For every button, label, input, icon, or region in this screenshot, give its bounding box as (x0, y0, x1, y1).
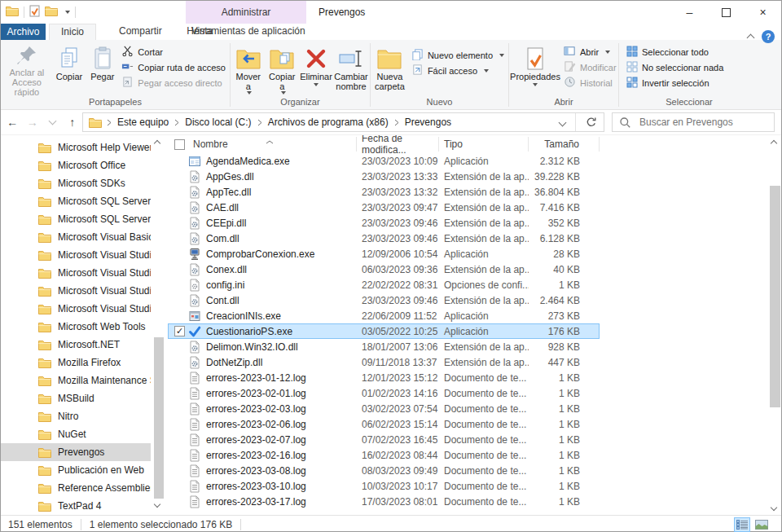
breadcrumb-chevron-icon[interactable] (393, 119, 401, 126)
file-row[interactable]: CreacionINIs.exe22/06/2009 11:52Aplicaci… (168, 308, 600, 323)
sidebar-scrollbar[interactable] (154, 137, 165, 510)
delete-button[interactable]: Eliminar (299, 42, 333, 95)
invert-selection-button[interactable]: Invertir selección (623, 75, 727, 90)
file-row[interactable]: errores-2023-01-12.log12/01/2023 15:12Do… (168, 370, 600, 385)
sidebar-folder-item[interactable]: Microsoft SDKs (1, 174, 151, 192)
customize-caret-icon[interactable] (65, 11, 70, 14)
search-box[interactable] (612, 112, 775, 132)
sidebar-folder-item[interactable]: Microsoft Visual Studio 1 (1, 300, 151, 318)
list-scrollbar[interactable] (769, 135, 781, 515)
sidebar-folder-item[interactable]: NuGet (1, 425, 151, 443)
select-all-button[interactable]: Seleccionar todo (623, 44, 727, 59)
new-item-button[interactable]: Nuevo elemento (408, 47, 507, 63)
column-header-type[interactable]: Tipo (439, 137, 529, 152)
minimize-button[interactable]: – (671, 1, 708, 24)
back-arrow-icon[interactable]: ← (2, 112, 22, 132)
file-row[interactable]: errores-2023-02-16.log16/02/2023 08:44Do… (168, 447, 600, 463)
file-row[interactable]: config.ini22/02/2022 08:31Opciones de co… (168, 277, 600, 292)
copy-to-button[interactable]: Copiar a (266, 42, 300, 95)
open-button[interactable]: Abrir (560, 44, 620, 59)
file-row[interactable]: ComprobarConexion.exe12/09/2006 10:54Apl… (168, 246, 600, 262)
sidebar-folder-item[interactable]: Prevengos (1, 443, 151, 461)
sidebar-folder-item[interactable]: Reference Assemblies (1, 479, 151, 497)
file-row[interactable]: AppTec.dll23/03/2023 13:32Extensión de l… (168, 184, 600, 200)
help-icon[interactable]: ? (762, 30, 775, 43)
close-button[interactable]: × (745, 1, 781, 24)
paste-shortcut-button[interactable]: Pegar acceso directo (118, 75, 229, 90)
sidebar-folder-item[interactable]: Microsoft Office (1, 156, 151, 174)
sidebar-folder-item[interactable]: Microsoft SQL Server (1, 192, 151, 210)
sidebar-folder-item[interactable]: Microsoft Help Viewer (1, 138, 151, 156)
scrollbar-thumb[interactable] (154, 337, 164, 499)
details-view-icon[interactable] (734, 517, 750, 532)
rename-button[interactable]: Cambiar nombre (333, 42, 369, 95)
file-row[interactable]: errores-2023-03-10.log10/03/2023 10:17Do… (168, 478, 600, 494)
history-button[interactable]: Historial (560, 75, 620, 90)
sidebar-folder-item[interactable]: Mozilla Firefox (1, 354, 151, 372)
scroll-down-icon[interactable] (155, 500, 160, 508)
file-row[interactable]: errores-2023-02-01.log01/02/2023 14:16Do… (168, 385, 600, 401)
paste-button[interactable]: Pegar (86, 42, 118, 95)
scrollbar-thumb[interactable] (770, 186, 780, 407)
file-row[interactable]: CEEpi.dll23/03/2023 09:46Extensión de la… (168, 215, 600, 231)
address-dropdown-icon[interactable] (553, 117, 572, 128)
breadcrumb-item[interactable]: Este equipo (113, 117, 173, 128)
scroll-down-icon[interactable] (771, 503, 776, 512)
edit-button[interactable]: Modificar (560, 59, 620, 75)
sidebar-folder-item[interactable]: Microsoft Visual Studio (1, 246, 151, 264)
forward-arrow-icon[interactable]: → (22, 112, 42, 132)
column-header-name[interactable]: Nombre (168, 137, 357, 152)
file-row[interactable]: Delimon.Win32.IO.dll18/01/2007 13:06Exte… (168, 339, 600, 354)
sidebar-folder-item[interactable]: TextPad 4 (1, 497, 151, 515)
tab-home[interactable]: Inicio (49, 24, 96, 40)
breadcrumb-chevron-icon[interactable] (256, 119, 264, 126)
row-checkbox[interactable]: ✓ (174, 326, 185, 336)
select-all-checkbox[interactable] (174, 139, 185, 150)
sidebar-folder-item[interactable]: Microsoft Visual Studio 1 (1, 282, 151, 300)
move-to-button[interactable]: Mover a (231, 42, 266, 95)
folder-icon[interactable] (45, 6, 58, 19)
column-header-date[interactable]: Fecha de modifica... (357, 137, 439, 152)
sidebar-folder-item[interactable]: Microsoft Web Tools (1, 318, 151, 336)
column-header-size[interactable]: Tamaño (529, 137, 600, 152)
thumbnails-view-icon[interactable] (753, 517, 770, 532)
sidebar-folder-item[interactable]: Mozilla Maintenance Ser (1, 372, 151, 389)
breadcrumb[interactable]: Este equipoDisco local (C:)Archivos de p… (82, 112, 604, 132)
collapse-ribbon-icon[interactable] (747, 34, 755, 42)
file-row[interactable]: ✓CuestionarioPS.exe03/05/2022 10:25Aplic… (168, 323, 600, 339)
tab-share[interactable]: Compartir (108, 24, 174, 40)
breadcrumb-item[interactable]: Archivos de programa (x86) (264, 117, 393, 128)
scroll-up-icon[interactable] (771, 138, 776, 147)
scroll-up-icon[interactable] (155, 138, 160, 147)
properties-button[interactable]: Propiedades (510, 42, 560, 95)
sidebar-folder-item[interactable]: Microsoft Visual Studio 8 (1, 264, 151, 282)
breadcrumb-item[interactable]: Disco local (C:) (181, 117, 255, 128)
search-input[interactable] (638, 116, 767, 129)
easy-access-button[interactable]: Fácil acceso (408, 63, 507, 78)
file-row[interactable]: errores-2023-03-17.log17/03/2023 08:01Do… (168, 494, 600, 509)
sidebar-folder-item[interactable]: Microsoft Visual Basic 20 (1, 228, 151, 246)
copy-path-button[interactable]: Copiar ruta de acceso (118, 59, 229, 75)
file-row[interactable]: Com.dll23/03/2023 09:46Extensión de la a… (168, 231, 600, 246)
file-row[interactable]: errores-2023-02-07.log07/02/2023 16:45Do… (168, 432, 600, 447)
file-row[interactable]: errores-2023-02-03.log03/02/2023 07:54Do… (168, 401, 600, 416)
pin-to-quick-access-button[interactable]: Anclar al Acceso rápido (2, 42, 52, 95)
history-chevron-icon[interactable] (42, 112, 62, 132)
file-row[interactable]: Cont.dll23/03/2023 09:46Extensión de la … (168, 292, 600, 308)
select-none-button[interactable]: No seleccionar nada (623, 59, 727, 75)
maximize-button[interactable] (708, 1, 745, 24)
file-row[interactable]: errores-2023-03-08.log08/03/2023 09:49Do… (168, 463, 600, 478)
tab-application-tools[interactable]: Herramientas de aplicación (186, 24, 306, 39)
sidebar-folder-item[interactable]: Microsoft SQL Server Ma (1, 210, 151, 228)
sidebar-folder-item[interactable]: Publicación en Web (1, 461, 151, 479)
sidebar-folder-item[interactable]: Nitro (1, 407, 151, 425)
file-row[interactable]: errores-2023-02-06.log06/02/2023 15:14Do… (168, 416, 600, 432)
breadcrumb-chevron-icon[interactable] (173, 119, 181, 126)
breadcrumb-chevron-icon[interactable] (105, 119, 113, 126)
sidebar-folder-item[interactable]: Microsoft.NET (1, 336, 151, 354)
sidebar-folder-item[interactable]: MSBuild (1, 389, 151, 407)
cut-button[interactable]: Cortar (118, 44, 229, 59)
up-arrow-icon[interactable]: ↑ (62, 112, 81, 132)
new-folder-button[interactable]: Nueva carpeta (371, 42, 408, 95)
file-row[interactable]: CAE.dll23/03/2023 09:47Extensión de la a… (168, 200, 600, 215)
